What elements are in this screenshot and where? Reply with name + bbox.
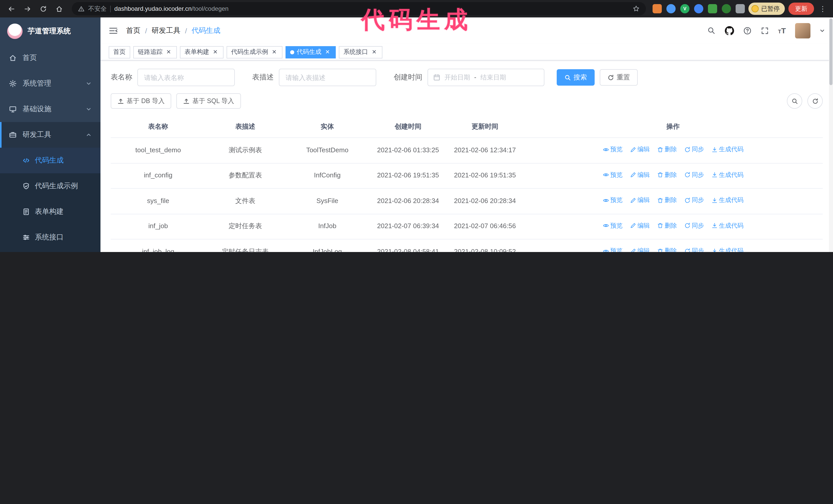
- refresh-table-button[interactable]: [807, 93, 823, 109]
- sidebar-collapse-icon[interactable]: [109, 27, 118, 35]
- close-icon[interactable]: ✕: [371, 48, 378, 56]
- table-name-input[interactable]: [137, 69, 235, 86]
- extension-icon-green-square[interactable]: [708, 4, 717, 13]
- sidebar-item-code-generation[interactable]: 代码生成: [0, 148, 100, 173]
- user-avatar[interactable]: [795, 23, 810, 39]
- close-icon[interactable]: ✕: [212, 48, 219, 56]
- generate-code-icon: [711, 248, 717, 252]
- back-icon[interactable]: [5, 3, 18, 15]
- action-generate[interactable]: 生成代码: [711, 196, 743, 205]
- import-db-button[interactable]: 基于 DB 导入: [111, 93, 171, 109]
- chrome-update-button[interactable]: 更新: [788, 3, 814, 15]
- action-delete[interactable]: 删除: [657, 247, 677, 252]
- action-generate[interactable]: 生成代码: [711, 221, 743, 230]
- table-desc-input[interactable]: [279, 69, 376, 86]
- fullscreen-icon[interactable]: [760, 27, 769, 35]
- action-edit[interactable]: 编辑: [630, 170, 650, 179]
- cell-actions: 预览编辑删除同步生成代码: [523, 239, 823, 252]
- paused-extension-badge[interactable]: 已暂停: [748, 3, 785, 15]
- sidebar-item-codegen-example[interactable]: 代码生成示例: [0, 173, 100, 199]
- action-label: 生成代码: [719, 196, 743, 205]
- breadcrumb-home[interactable]: 首页: [126, 26, 140, 35]
- reload-icon[interactable]: [37, 3, 49, 15]
- sidebar-submenu: 代码生成 代码生成示例 表单构建 系统接口 数据库文档: [0, 148, 100, 252]
- extension-icon-leaf[interactable]: [722, 4, 731, 13]
- table-name-label: 表名称: [111, 73, 132, 82]
- action-preview[interactable]: 预览: [602, 145, 623, 154]
- action-preview[interactable]: 预览: [602, 247, 623, 252]
- tab-home[interactable]: 首页: [109, 46, 130, 58]
- help-icon[interactable]: [743, 27, 751, 35]
- address-bar[interactable]: 不安全 dashboard.yudao.iocoder.cn/tool/code…: [72, 2, 646, 16]
- browser-menu-icon[interactable]: ⋮: [818, 5, 828, 13]
- action-label: 删除: [665, 170, 677, 179]
- action-delete[interactable]: 删除: [657, 145, 677, 154]
- sync-icon: [684, 146, 690, 152]
- extension-icon-blue[interactable]: [666, 4, 675, 13]
- extension-icon-green-v[interactable]: V: [680, 4, 689, 13]
- action-sync[interactable]: 同步: [684, 196, 704, 205]
- action-generate[interactable]: 生成代码: [711, 145, 743, 154]
- table-desc-label: 表描述: [252, 73, 274, 82]
- action-generate[interactable]: 生成代码: [711, 170, 743, 179]
- scrollbar-thumb[interactable]: [829, 19, 832, 85]
- extension-icon-people[interactable]: [694, 4, 703, 13]
- close-icon[interactable]: ✕: [324, 48, 331, 56]
- cell-updated-time: 2021-02-06 19:51:35: [447, 163, 523, 188]
- action-edit[interactable]: 编辑: [630, 247, 650, 252]
- sidebar-item-db-docs[interactable]: 数据库文档: [0, 250, 100, 252]
- search-icon[interactable]: [707, 27, 715, 35]
- url-text[interactable]: dashboard.yudao.iocoder.cn/tool/codegen: [114, 5, 229, 12]
- table-row: inf_job 定时任务表 InfJob 2021-02-07 06:39:34…: [111, 214, 823, 239]
- action-edit[interactable]: 编辑: [630, 196, 650, 205]
- sidebar-item-system-management[interactable]: 系统管理: [0, 71, 100, 96]
- action-sync[interactable]: 同步: [684, 145, 704, 154]
- action-edit[interactable]: 编辑: [630, 221, 650, 230]
- tab-form-builder[interactable]: 表单构建✕: [180, 46, 223, 58]
- cell-entity: InfJobLog: [285, 239, 370, 252]
- sidebar-item-form-builder[interactable]: 表单构建: [0, 199, 100, 224]
- action-delete[interactable]: 删除: [657, 221, 677, 230]
- action-preview[interactable]: 预览: [602, 170, 623, 179]
- action-preview[interactable]: 预览: [602, 221, 623, 230]
- cell-entity: InfConfig: [285, 163, 370, 188]
- chevron-down-icon[interactable]: [820, 28, 825, 33]
- breadcrumb-dev-tools[interactable]: 研发工具: [152, 26, 181, 35]
- extension-icon-orange[interactable]: [652, 4, 662, 13]
- tab-code-generation[interactable]: 代码生成✕: [286, 46, 336, 58]
- close-icon[interactable]: ✕: [165, 48, 172, 56]
- date-range-picker[interactable]: 开始日期 - 结束日期: [428, 69, 544, 86]
- action-delete[interactable]: 删除: [657, 196, 677, 205]
- sidebar-item-system-api[interactable]: 系统接口: [0, 224, 100, 250]
- action-preview[interactable]: 预览: [602, 196, 623, 205]
- cell-actions: 预览编辑删除同步生成代码: [523, 188, 823, 214]
- tab-system-api[interactable]: 系统接口✕: [339, 46, 382, 58]
- font-size-icon[interactable]: TT: [778, 26, 786, 35]
- import-sql-button[interactable]: 基于 SQL 导入: [176, 93, 241, 109]
- page-scrollbar[interactable]: [829, 18, 833, 252]
- close-icon[interactable]: ✕: [271, 48, 278, 56]
- reset-button[interactable]: 重置: [600, 69, 638, 86]
- sidebar-item-label: 代码生成: [35, 156, 64, 165]
- action-edit[interactable]: 编辑: [630, 145, 650, 154]
- generate-code-icon: [711, 223, 717, 229]
- home-icon[interactable]: [53, 3, 65, 15]
- sidebar-item-infrastructure[interactable]: 基础设施: [0, 96, 100, 122]
- action-sync[interactable]: 同步: [684, 221, 704, 230]
- sidebar-item-dev-tools[interactable]: 研发工具: [0, 122, 100, 148]
- import-db-label: 基于 DB 导入: [127, 97, 165, 105]
- security-label[interactable]: 不安全: [88, 4, 106, 13]
- forward-icon[interactable]: [21, 3, 33, 15]
- bookmark-star-icon[interactable]: [633, 5, 640, 12]
- action-sync[interactable]: 同步: [684, 247, 704, 252]
- search-button[interactable]: 搜索: [557, 69, 595, 86]
- action-generate[interactable]: 生成代码: [711, 247, 743, 252]
- sidebar-item-home[interactable]: 首页: [0, 45, 100, 71]
- toggle-search-button[interactable]: [787, 93, 802, 109]
- action-sync[interactable]: 同步: [684, 170, 704, 179]
- github-icon[interactable]: [724, 26, 734, 35]
- action-delete[interactable]: 删除: [657, 170, 677, 179]
- extensions-puzzle-icon[interactable]: [736, 4, 745, 13]
- tab-codegen-example[interactable]: 代码生成示例✕: [227, 46, 282, 58]
- tab-tracing[interactable]: 链路追踪✕: [133, 46, 177, 58]
